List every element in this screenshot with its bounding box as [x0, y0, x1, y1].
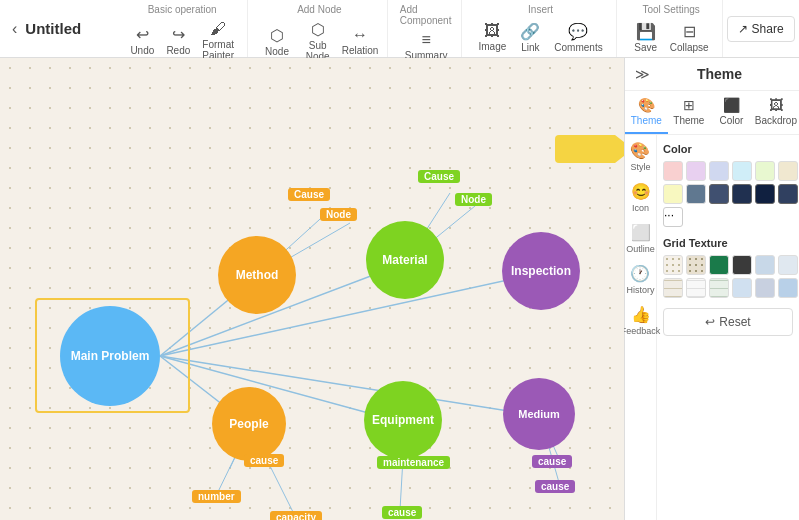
- icon-label: Icon: [632, 203, 649, 213]
- color-swatch-9[interactable]: [709, 184, 729, 204]
- style-icon-item[interactable]: 🎨 Style: [630, 141, 650, 172]
- backdrop-tab-label: Backdrop: [755, 115, 797, 126]
- color-swatch-2[interactable]: [686, 161, 706, 181]
- redo-icon: ↪: [172, 25, 185, 44]
- basic-op-label: Basic operation: [148, 4, 217, 15]
- redo-button[interactable]: ↪ Redo: [161, 22, 195, 59]
- style-icon: 🎨: [630, 141, 650, 160]
- color-swatch-5[interactable]: [755, 161, 775, 181]
- main-problem-node[interactable]: Main Problem: [60, 306, 160, 406]
- tag-cause-1: Cause: [288, 188, 330, 201]
- texture-swatch-8[interactable]: [686, 278, 706, 298]
- texture-swatch-7[interactable]: [663, 278, 683, 298]
- toolbar-group-insert: Insert 🖼 Image 🔗 Link 💬 Comments: [466, 0, 617, 57]
- sidebar-tabs: 🎨 Theme ⊞ Theme ⬛ Color 🖼 Backdrop: [625, 91, 799, 135]
- history-label: History: [626, 285, 654, 295]
- save-label: Save: [634, 42, 657, 53]
- sub-node-icon: ⬡: [311, 20, 325, 39]
- color-swatch-11[interactable]: [755, 184, 775, 204]
- tab-theme[interactable]: 🎨 Theme: [625, 91, 668, 134]
- feedback-icon-item[interactable]: 👍 Feedback: [621, 305, 661, 336]
- color-swatch-3[interactable]: [709, 161, 729, 181]
- medium-node[interactable]: Medium: [503, 378, 575, 450]
- node-label: Node: [265, 46, 289, 57]
- canvas-area[interactable]: Main Problem Method Material Inspection …: [0, 58, 624, 520]
- history-icon: 🕐: [630, 264, 650, 283]
- texture-swatch-11[interactable]: [755, 278, 775, 298]
- texture-swatch-2[interactable]: [686, 255, 706, 275]
- color-swatch-8[interactable]: [686, 184, 706, 204]
- texture-swatch-3[interactable]: [709, 255, 729, 275]
- collapse-icon: ⊟: [683, 22, 696, 41]
- history-icon-item[interactable]: 🕐 History: [626, 264, 654, 295]
- comments-label: Comments: [554, 42, 602, 53]
- emoji-icon: 😊: [631, 182, 651, 201]
- reset-label: Reset: [719, 315, 750, 329]
- format-painter-button[interactable]: 🖌 Format Painter: [197, 17, 239, 64]
- texture-swatch-1[interactable]: [663, 255, 683, 275]
- tag-cause-4: cause: [382, 506, 422, 519]
- comments-button[interactable]: 💬 Comments: [549, 19, 607, 56]
- theme2-tab-label: Theme: [673, 115, 704, 126]
- texture-swatch-6[interactable]: [778, 255, 798, 275]
- material-node[interactable]: Material: [366, 221, 444, 299]
- color-swatch-more[interactable]: ···: [663, 207, 683, 227]
- node-button[interactable]: ⬡ Node: [260, 23, 294, 60]
- feedback-label: Feedback: [621, 326, 661, 336]
- save-button[interactable]: 💾 Save: [629, 19, 663, 56]
- arrow-indicator: [555, 135, 615, 163]
- comments-icon: 💬: [568, 22, 588, 41]
- main-area: Main Problem Method Material Inspection …: [0, 58, 799, 520]
- color-swatch-7[interactable]: [663, 184, 683, 204]
- outline-icon-item[interactable]: ⬜ Outline: [626, 223, 655, 254]
- equipment-node[interactable]: Equipment: [364, 381, 442, 459]
- tab-backdrop[interactable]: 🖼 Backdrop: [753, 91, 799, 134]
- tag-cause-6: cause: [535, 480, 575, 493]
- basic-op-items: ↩ Undo ↪ Redo 🖌 Format Painter: [125, 17, 239, 64]
- backdrop-tab-icon: 🖼: [769, 97, 783, 113]
- color-swatch-12[interactable]: [778, 184, 798, 204]
- color-grid: ···: [663, 161, 793, 227]
- method-node[interactable]: Method: [218, 236, 296, 314]
- style-label: Style: [630, 162, 650, 172]
- undo-icon: ↩: [136, 25, 149, 44]
- share-icon: ↗: [738, 22, 748, 36]
- color-swatch-6[interactable]: [778, 161, 798, 181]
- texture-swatch-10[interactable]: [732, 278, 752, 298]
- relation-button[interactable]: ↔ Relation: [341, 23, 378, 59]
- color-swatch-1[interactable]: [663, 161, 683, 181]
- link-button[interactable]: 🔗 Link: [513, 19, 547, 56]
- color-swatch-4[interactable]: [732, 161, 752, 181]
- back-button[interactable]: ‹: [8, 16, 21, 42]
- texture-swatch-12[interactable]: [778, 278, 798, 298]
- sidebar-title: Theme: [697, 66, 742, 82]
- texture-swatch-5[interactable]: [755, 255, 775, 275]
- tab-color[interactable]: ⬛ Color: [710, 91, 753, 134]
- toolbar-right: ↗ Share ⬆ Export: [727, 16, 799, 42]
- toolbar: ‹ Untitled Basic operation ↩ Undo ↪ Redo…: [0, 0, 799, 58]
- tab-theme2[interactable]: ⊞ Theme: [668, 91, 711, 134]
- sidebar-content-area: 🎨 Style 😊 Icon ⬜ Outline 🕐 History 👍: [625, 135, 799, 520]
- share-button[interactable]: ↗ Share: [727, 16, 795, 42]
- undo-label: Undo: [130, 45, 154, 56]
- icon-icon-item[interactable]: 😊 Icon: [631, 182, 651, 213]
- toolbar-group-tool-settings: Tool Settings 💾 Save ⊟ Collapse: [621, 0, 723, 57]
- image-button[interactable]: 🖼 Image: [474, 19, 512, 55]
- undo-button[interactable]: ↩ Undo: [125, 22, 159, 59]
- people-node[interactable]: People: [212, 387, 286, 461]
- sidebar: ≫ Theme 🎨 Theme ⊞ Theme ⬛ Color 🖼 Backdr…: [624, 58, 799, 520]
- toolbar-group-basic: Basic operation ↩ Undo ↪ Redo 🖌 Format P…: [117, 0, 248, 57]
- format-painter-icon: 🖌: [210, 20, 226, 38]
- texture-swatch-9[interactable]: [709, 278, 729, 298]
- image-icon: 🖼: [484, 22, 500, 40]
- color-swatch-10[interactable]: [732, 184, 752, 204]
- reset-icon: ↩: [705, 315, 715, 329]
- tag-number: number: [192, 490, 241, 503]
- collapse-button[interactable]: ⊟ Collapse: [665, 19, 714, 56]
- sidebar-icon-col: 🎨 Style 😊 Icon ⬜ Outline 🕐 History 👍: [625, 135, 657, 520]
- texture-swatch-4[interactable]: [732, 255, 752, 275]
- reset-button[interactable]: ↩ Reset: [663, 308, 793, 336]
- inspection-node[interactable]: Inspection: [502, 232, 580, 310]
- sidebar-collapse-button[interactable]: ≫: [635, 66, 650, 82]
- tool-settings-items: 💾 Save ⊟ Collapse: [629, 17, 714, 57]
